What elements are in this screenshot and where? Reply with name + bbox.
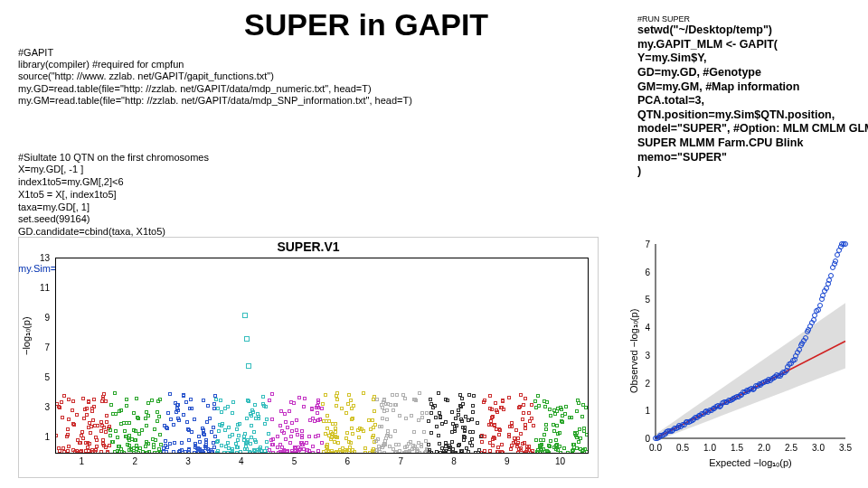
run-super-comment: #RUN SUPER	[637, 14, 690, 23]
qq-xlabel: Expected −log₁₀(p)	[656, 457, 845, 469]
qq-plot: Observed −log₁₀(p) 01234567 0.00.51.01.5…	[628, 235, 854, 474]
svg-marker-0	[656, 303, 845, 438]
code-block-gapit-setup: #GAPIT library(compiler) #required for c…	[18, 47, 597, 107]
manhattan-title: SUPER.V1	[19, 239, 598, 254]
manhattan-frame	[55, 258, 589, 454]
qq-frame	[656, 244, 845, 438]
slide-root: SUPER in GAPIT #GAPIT library(compiler) …	[0, 0, 868, 488]
code-block-run-super: setwd("~/Desktop/temp") my.GAPIT_MLM <- …	[637, 23, 854, 179]
page-title: SUPER in GAPIT	[244, 7, 488, 42]
manhattan-plot: SUPER.V1 −log₁₀(p) 135791113 12345678910	[18, 237, 599, 478]
